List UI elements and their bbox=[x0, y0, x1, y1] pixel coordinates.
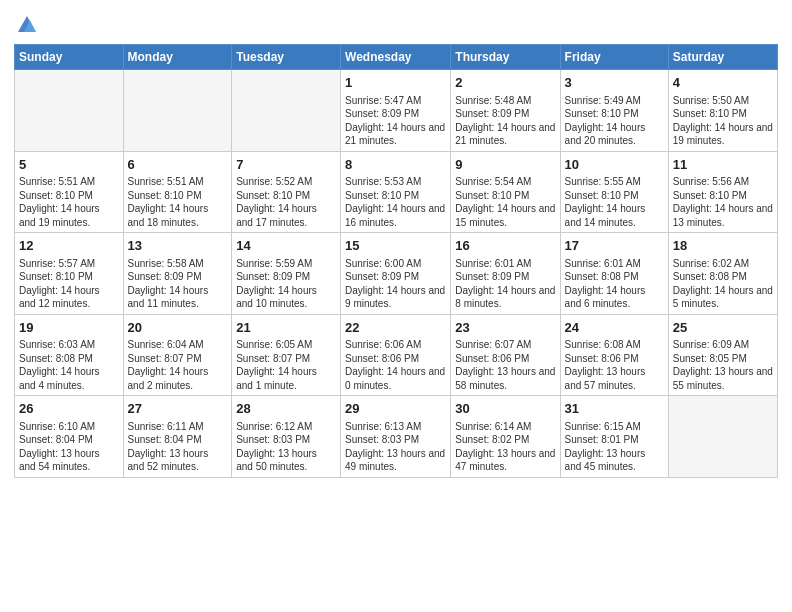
day-number: 1 bbox=[345, 74, 446, 92]
calendar-cell: 27Sunrise: 6:11 AMSunset: 8:04 PMDayligh… bbox=[123, 396, 232, 478]
day-info: Daylight: 14 hours and 0 minutes. bbox=[345, 365, 446, 392]
day-info: Daylight: 14 hours and 2 minutes. bbox=[128, 365, 228, 392]
day-info: Sunset: 8:10 PM bbox=[565, 107, 664, 121]
day-number: 4 bbox=[673, 74, 773, 92]
calendar-cell: 19Sunrise: 6:03 AMSunset: 8:08 PMDayligh… bbox=[15, 314, 124, 396]
day-info: Sunrise: 6:07 AM bbox=[455, 338, 555, 352]
calendar-cell: 30Sunrise: 6:14 AMSunset: 8:02 PMDayligh… bbox=[451, 396, 560, 478]
day-info: Sunset: 8:06 PM bbox=[455, 352, 555, 366]
logo bbox=[14, 14, 38, 36]
calendar-cell: 22Sunrise: 6:06 AMSunset: 8:06 PMDayligh… bbox=[341, 314, 451, 396]
calendar-cell: 13Sunrise: 5:58 AMSunset: 8:09 PMDayligh… bbox=[123, 233, 232, 315]
day-number: 12 bbox=[19, 237, 119, 255]
day-info: Sunrise: 6:01 AM bbox=[565, 257, 664, 271]
day-number: 11 bbox=[673, 156, 773, 174]
day-number: 16 bbox=[455, 237, 555, 255]
day-info: Daylight: 14 hours and 8 minutes. bbox=[455, 284, 555, 311]
day-info: Daylight: 13 hours and 49 minutes. bbox=[345, 447, 446, 474]
day-number: 10 bbox=[565, 156, 664, 174]
day-info: Daylight: 14 hours and 5 minutes. bbox=[673, 284, 773, 311]
day-number: 31 bbox=[565, 400, 664, 418]
day-info: Sunset: 8:07 PM bbox=[236, 352, 336, 366]
calendar-cell: 29Sunrise: 6:13 AMSunset: 8:03 PMDayligh… bbox=[341, 396, 451, 478]
day-info: Sunrise: 5:58 AM bbox=[128, 257, 228, 271]
logo-icon bbox=[16, 14, 38, 36]
weekday-header-wednesday: Wednesday bbox=[341, 45, 451, 70]
calendar-week-5: 26Sunrise: 6:10 AMSunset: 8:04 PMDayligh… bbox=[15, 396, 778, 478]
day-number: 14 bbox=[236, 237, 336, 255]
day-info: Sunrise: 6:01 AM bbox=[455, 257, 555, 271]
weekday-header-thursday: Thursday bbox=[451, 45, 560, 70]
day-info: Daylight: 14 hours and 11 minutes. bbox=[128, 284, 228, 311]
calendar-cell: 14Sunrise: 5:59 AMSunset: 8:09 PMDayligh… bbox=[232, 233, 341, 315]
day-info: Sunrise: 5:53 AM bbox=[345, 175, 446, 189]
day-info: Sunrise: 6:08 AM bbox=[565, 338, 664, 352]
day-info: Daylight: 13 hours and 55 minutes. bbox=[673, 365, 773, 392]
day-info: Sunrise: 5:49 AM bbox=[565, 94, 664, 108]
day-info: Daylight: 14 hours and 21 minutes. bbox=[345, 121, 446, 148]
day-info: Sunset: 8:08 PM bbox=[673, 270, 773, 284]
day-info: Sunrise: 5:48 AM bbox=[455, 94, 555, 108]
day-info: Daylight: 14 hours and 18 minutes. bbox=[128, 202, 228, 229]
day-info: Daylight: 13 hours and 58 minutes. bbox=[455, 365, 555, 392]
day-info: Sunset: 8:09 PM bbox=[345, 270, 446, 284]
day-info: Daylight: 14 hours and 12 minutes. bbox=[19, 284, 119, 311]
day-info: Sunset: 8:10 PM bbox=[673, 107, 773, 121]
day-info: Sunset: 8:10 PM bbox=[128, 189, 228, 203]
day-info: Daylight: 13 hours and 50 minutes. bbox=[236, 447, 336, 474]
day-info: Daylight: 13 hours and 47 minutes. bbox=[455, 447, 555, 474]
day-number: 3 bbox=[565, 74, 664, 92]
day-info: Sunrise: 6:02 AM bbox=[673, 257, 773, 271]
day-number: 17 bbox=[565, 237, 664, 255]
day-number: 29 bbox=[345, 400, 446, 418]
header bbox=[14, 10, 778, 36]
day-number: 21 bbox=[236, 319, 336, 337]
day-info: Sunset: 8:04 PM bbox=[19, 433, 119, 447]
calendar-cell: 23Sunrise: 6:07 AMSunset: 8:06 PMDayligh… bbox=[451, 314, 560, 396]
day-info: Daylight: 14 hours and 15 minutes. bbox=[455, 202, 555, 229]
day-number: 30 bbox=[455, 400, 555, 418]
day-info: Daylight: 14 hours and 14 minutes. bbox=[565, 202, 664, 229]
calendar-cell: 2Sunrise: 5:48 AMSunset: 8:09 PMDaylight… bbox=[451, 70, 560, 152]
day-info: Daylight: 14 hours and 6 minutes. bbox=[565, 284, 664, 311]
day-info: Daylight: 14 hours and 17 minutes. bbox=[236, 202, 336, 229]
calendar-cell: 16Sunrise: 6:01 AMSunset: 8:09 PMDayligh… bbox=[451, 233, 560, 315]
day-info: Sunset: 8:06 PM bbox=[565, 352, 664, 366]
day-info: Sunset: 8:09 PM bbox=[455, 107, 555, 121]
day-info: Daylight: 14 hours and 10 minutes. bbox=[236, 284, 336, 311]
page-container: SundayMondayTuesdayWednesdayThursdayFrid… bbox=[0, 0, 792, 488]
day-info: Daylight: 14 hours and 19 minutes. bbox=[673, 121, 773, 148]
weekday-header-friday: Friday bbox=[560, 45, 668, 70]
day-number: 25 bbox=[673, 319, 773, 337]
calendar-cell bbox=[668, 396, 777, 478]
day-info: Sunset: 8:09 PM bbox=[128, 270, 228, 284]
calendar-week-3: 12Sunrise: 5:57 AMSunset: 8:10 PMDayligh… bbox=[15, 233, 778, 315]
calendar-table: SundayMondayTuesdayWednesdayThursdayFrid… bbox=[14, 44, 778, 478]
day-info: Sunrise: 6:11 AM bbox=[128, 420, 228, 434]
calendar-cell: 21Sunrise: 6:05 AMSunset: 8:07 PMDayligh… bbox=[232, 314, 341, 396]
day-info: Daylight: 14 hours and 1 minute. bbox=[236, 365, 336, 392]
calendar-cell: 9Sunrise: 5:54 AMSunset: 8:10 PMDaylight… bbox=[451, 151, 560, 233]
day-info: Sunset: 8:09 PM bbox=[345, 107, 446, 121]
day-info: Daylight: 13 hours and 57 minutes. bbox=[565, 365, 664, 392]
calendar-cell: 15Sunrise: 6:00 AMSunset: 8:09 PMDayligh… bbox=[341, 233, 451, 315]
day-info: Sunrise: 6:05 AM bbox=[236, 338, 336, 352]
weekday-header-saturday: Saturday bbox=[668, 45, 777, 70]
day-info: Sunrise: 5:50 AM bbox=[673, 94, 773, 108]
day-info: Sunrise: 5:56 AM bbox=[673, 175, 773, 189]
weekday-header-monday: Monday bbox=[123, 45, 232, 70]
day-info: Sunrise: 6:04 AM bbox=[128, 338, 228, 352]
day-number: 26 bbox=[19, 400, 119, 418]
day-info: Daylight: 14 hours and 21 minutes. bbox=[455, 121, 555, 148]
day-info: Sunset: 8:03 PM bbox=[236, 433, 336, 447]
calendar-cell: 11Sunrise: 5:56 AMSunset: 8:10 PMDayligh… bbox=[668, 151, 777, 233]
day-number: 2 bbox=[455, 74, 555, 92]
day-info: Sunrise: 6:12 AM bbox=[236, 420, 336, 434]
calendar-cell: 1Sunrise: 5:47 AMSunset: 8:09 PMDaylight… bbox=[341, 70, 451, 152]
calendar-cell: 7Sunrise: 5:52 AMSunset: 8:10 PMDaylight… bbox=[232, 151, 341, 233]
day-number: 28 bbox=[236, 400, 336, 418]
day-number: 27 bbox=[128, 400, 228, 418]
day-info: Daylight: 14 hours and 13 minutes. bbox=[673, 202, 773, 229]
calendar-week-1: 1Sunrise: 5:47 AMSunset: 8:09 PMDaylight… bbox=[15, 70, 778, 152]
day-info: Sunset: 8:05 PM bbox=[673, 352, 773, 366]
